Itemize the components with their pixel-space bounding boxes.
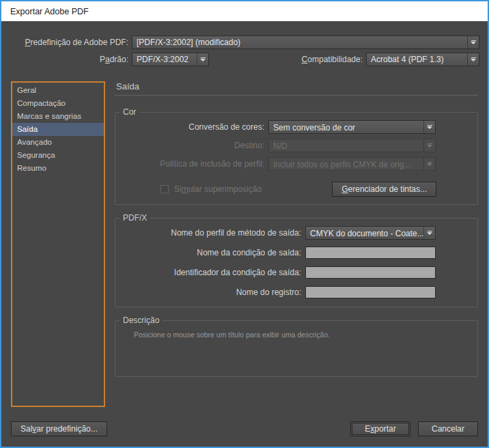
color-group: Cor Conversão de cores: Sem conversão de… [115,107,478,205]
destination-dropdown: N/D [268,139,436,152]
standard-label: Padrão: [10,55,128,64]
standard-dropdown[interactable]: PDF/X-3:2002 [132,53,209,66]
registry-name-label: Nome do registro: [115,288,301,297]
pdfx-group: PDF/X Nome do perfil de método de saída:… [115,213,478,307]
dropdown-arrow-icon [423,158,435,170]
dropdown-arrow-icon [467,36,479,48]
cancel-button[interactable]: Cancelar [418,421,478,436]
preset-header: Predefinição de Adobe PDF: [PDF/X-3:2002… [1,21,488,73]
color-conversion-label: Conversão de cores: [115,122,264,132]
export-adobe-pdf-dialog: Exportar Adobe PDF Predefinição de Adobe… [0,0,489,448]
profile-policy-dropdown: Incluir todos os perfis CMYK de orig... [268,157,436,171]
saida-panel: Saída Cor Conversão de cores: Sem conver… [115,81,478,385]
export-button[interactable]: Exportar [350,421,410,436]
sidebar-item-saida[interactable]: Saída [12,123,104,136]
color-group-legend: Cor [120,107,139,117]
sidebar-item-resumo[interactable]: Resumo [12,162,104,175]
destination-label: Destino: [115,141,264,150]
preset-label: Predefinição de Adobe PDF: [10,38,128,47]
output-condition-name-label: Nome da condição de saída: [115,248,301,257]
sidebar-item-seguranca[interactable]: Segurança [12,149,104,162]
dialog-title: Exportar Adobe PDF [10,7,89,16]
output-condition-name-input[interactable] [305,247,436,259]
description-group: Descrição Posicione o mouse sobre um tít… [115,316,478,377]
pdfx-group-legend: PDF/X [120,213,150,223]
sections-list: Geral Compactação Marcas e sangrias Saíd… [11,81,105,407]
sidebar-item-avancado[interactable]: Avançado [12,136,104,149]
compatibility-label: Compatibilidade: [209,55,363,64]
output-condition-id-input[interactable] [305,266,436,279]
simulate-overprint-checkbox [160,185,169,193]
sidebar-item-compactacao[interactable]: Compactação [12,97,104,110]
output-intent-profile-dropdown[interactable]: CMYK do documento - Coate... [305,226,436,240]
dialog-titlebar: Exportar Adobe PDF [1,1,488,21]
registry-name-input[interactable] [305,286,436,298]
description-text: Posicione o mouse sobre um título para e… [115,328,477,339]
simulate-overprint-label: Simular superimposição [174,184,262,194]
dropdown-arrow-icon [467,53,479,66]
save-preset-button[interactable]: Salvar predefinição... [11,421,107,436]
preset-dropdown[interactable]: [PDF/X-3:2002] (modificado) [132,36,479,49]
dropdown-arrow-icon [423,227,435,239]
description-group-legend: Descrição [120,316,163,325]
dialog-footer: Salvar predefinição... Exportar Cancelar [1,421,488,447]
color-conversion-dropdown[interactable]: Sem conversão de cor [268,120,436,134]
dialog-main: Geral Compactação Marcas e sangrias Saíd… [1,73,488,421]
dropdown-arrow-icon [197,53,208,66]
panel-title: Saída [115,81,478,96]
output-intent-profile-label: Nome do perfil de método de saída: [115,228,301,238]
sidebar-item-marcas-e-sangrias[interactable]: Marcas e sangrias [12,110,104,123]
dropdown-arrow-icon [423,139,435,152]
compatibility-dropdown[interactable]: Acrobat 4 (PDF 1.3) [366,53,479,66]
ink-manager-button[interactable]: Gerenciador de tintas... [332,182,436,197]
sidebar-item-geral[interactable]: Geral [12,84,104,97]
output-condition-id-label: Identificador da condição de saída: [115,268,301,277]
profile-policy-label: Política de inclusão de perfil: [115,159,264,169]
dropdown-arrow-icon [423,121,435,133]
